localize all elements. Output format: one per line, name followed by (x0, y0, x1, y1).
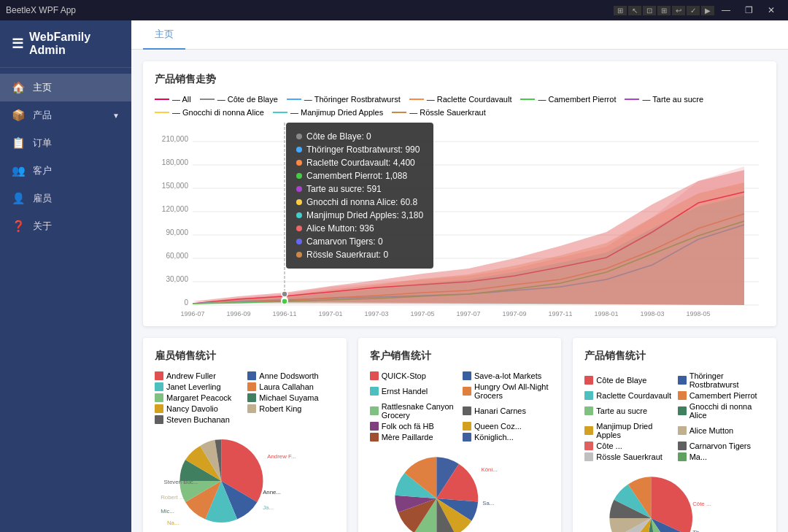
nav-label-orders: 订单 (33, 136, 52, 150)
sidebar-item-products[interactable]: 📦 产品 ▼ (0, 101, 131, 129)
cust-swatch-hanari (463, 406, 471, 415)
cust-swatch-rattlesnake (370, 406, 379, 415)
prod-legend-cote: Côte de Blaye (584, 371, 671, 389)
product-pie-container: Côte ... Th... Tarte... Gn... Ma... Röss… (584, 467, 765, 532)
legend-tarte: — Tarte au sucre (625, 95, 703, 104)
svg-point-29 (282, 291, 287, 297)
maximize-button[interactable]: ❐ (738, 4, 760, 17)
svg-text:1998-03: 1998-03 (640, 310, 664, 317)
legend-raclette: — Raclette Courdavault (409, 95, 512, 104)
sales-trend-legend: — All — Côte de Blaye — Thöringer Rostbr… (155, 95, 765, 117)
cust-swatch-konig (463, 433, 471, 442)
cust-legend-folk: Folk och fä HB (370, 422, 457, 431)
minimize-button[interactable]: — (714, 4, 738, 17)
employee-sales-card: 雇员销售统计 Andrew Fuller Anne Dodsworth J (143, 338, 347, 532)
tab-home[interactable]: 主页 (143, 20, 185, 50)
sidebar-item-orders[interactable]: 📋 订单 (0, 129, 131, 157)
toolbar-icon-2: ↖ (628, 6, 641, 15)
prod-swatch-raclette (584, 391, 593, 400)
svg-text:210,000: 210,000 (162, 135, 189, 143)
nav-label-about: 关于 (33, 220, 52, 233)
svg-text:1997-05: 1997-05 (410, 310, 434, 317)
legend-camembert: — Camembert Pierrot (520, 95, 616, 104)
svg-text:30,000: 30,000 (166, 275, 188, 283)
svg-point-32 (282, 298, 287, 304)
emp-legend-anne: Anne Dodsworth (247, 371, 334, 380)
cust-legend-save: Save-a-lot Markets (463, 371, 549, 380)
prod-swatch-manji (584, 426, 593, 435)
toolbar-icons: ⊞ ↖ ⊡ ⊞ ↩ ✓ ▶ (614, 6, 714, 15)
svg-text:Th...: Th... (692, 529, 704, 532)
prod-legend-gnocchi: Gnocchi di nonna Alice (678, 402, 765, 420)
about-icon: ❓ (12, 220, 26, 233)
close-button[interactable]: ✕ (760, 4, 782, 17)
cust-swatch-queen-coz (463, 422, 471, 431)
employees-icon: 👤 (12, 192, 26, 205)
app-title: BeetleX WPF App (6, 5, 614, 15)
svg-text:1996-07: 1996-07 (180, 310, 204, 317)
window-controls[interactable]: — ❐ ✕ (714, 4, 782, 17)
product-legend: Côte de Blaye Thöringer Rostbratwurst Ra… (584, 371, 765, 461)
sidebar-item-about[interactable]: ❓ 关于 (0, 212, 131, 240)
product-sales-title: 产品销售统计 (584, 350, 765, 363)
customer-sales-card: 客户销售统计 QUICK-Stop Save-a-lot Markets (358, 338, 562, 532)
sidebar-item-customers[interactable]: 👥 客户 (0, 157, 131, 185)
product-pie-svg: Côte ... Th... Tarte... Gn... Ma... Röss… (584, 467, 730, 532)
prod-legend-alice: Alice Mutton (678, 422, 765, 439)
nav-label-products: 产品 (33, 109, 52, 122)
expand-arrow-icon: ▼ (112, 112, 120, 120)
menu-toggle-button[interactable]: ☰ (12, 36, 23, 52)
legend-gnocchi: — Gnocchi di nonna Alice (155, 108, 264, 117)
svg-text:1997-11: 1997-11 (548, 310, 572, 317)
svg-text:150,000: 150,000 (162, 182, 189, 190)
toolbar-icon-4: ⊞ (657, 6, 671, 15)
emp-legend-steven: Steven Buchanan (155, 415, 242, 424)
toolbar-icon-5: ↩ (672, 6, 685, 15)
svg-text:1997-09: 1997-09 (502, 310, 526, 317)
emp-legend-nancy: Nancy Davolio (155, 404, 242, 413)
emp-swatch-nancy (155, 404, 163, 413)
prod-swatch-cam (678, 391, 687, 400)
svg-text:1997-07: 1997-07 (456, 310, 480, 317)
sidebar-header: ☰ WebFamily Admin (0, 20, 131, 68)
cust-swatch-ernst (370, 387, 379, 396)
app-container: ☰ WebFamily Admin 🏠 主页 📦 产品 ▼ 📋 订单 👥 客户 (0, 20, 788, 532)
prod-legend-raclette: Raclette Courdavault (584, 391, 671, 400)
prod-swatch-cote2 (584, 442, 593, 450)
tab-bar: 主页 (131, 20, 788, 50)
svg-text:Andrew F...: Andrew F... (267, 453, 296, 460)
product-icon: 📦 (12, 109, 26, 122)
emp-swatch-margaret (155, 393, 163, 402)
legend-rossle: — Rössle Sauerkraut (392, 108, 486, 117)
employee-pie-svg: Andrew F... Anne... Ja... Na... Mic... R… (155, 430, 301, 532)
prod-legend-cam: Camembert Pierrot (678, 391, 765, 400)
sidebar-title: WebFamily Admin (29, 31, 120, 57)
title-bar: BeetleX WPF App ⊞ ↖ ⊡ ⊞ ↩ ✓ ▶ — ❐ ✕ (0, 0, 788, 20)
sidebar-item-employees[interactable]: 👤 雇员 (0, 185, 131, 212)
prod-swatch-gnocchi (678, 406, 687, 415)
cust-legend-rattlesnake: Rattlesnake Canyon Grocery (370, 402, 457, 420)
nav-label-employees: 雇员 (33, 192, 52, 205)
sales-trend-title: 产品销售走势 (155, 73, 765, 86)
svg-text:90,000: 90,000 (166, 228, 188, 236)
svg-text:1996-09: 1996-09 (226, 310, 250, 317)
prod-legend-carnarvon: Carnarvon Tigers (678, 442, 765, 450)
employee-legend: Andrew Fuller Anne Dodsworth Janet Lever… (155, 371, 335, 424)
legend-all: — All (155, 95, 191, 104)
main-content: 主页 产品销售走势 — All — Côte de Blaye (131, 20, 788, 532)
svg-text:1997-01: 1997-01 (318, 310, 342, 317)
prod-legend-rossle: Rössle Sauerkraut (584, 452, 671, 461)
svg-text:Ja...: Ja... (263, 504, 274, 511)
tab-home-label: 主页 (155, 28, 174, 39)
prod-legend-ma: Ma... (678, 452, 765, 461)
sidebar-item-home[interactable]: 🏠 主页 (0, 74, 131, 101)
cust-legend-mere: Mère Paillarde (370, 433, 457, 442)
prod-swatch-carnarvon (678, 442, 687, 450)
prod-swatch-cote (584, 376, 593, 385)
product-sales-card: 产品销售统计 Côte de Blaye Thöringer Rostbratw… (573, 338, 776, 532)
sales-trend-chart: 0 30,000 60,000 90,000 120,000 150,000 1… (155, 123, 765, 315)
svg-text:Köni...: Köni... (481, 466, 497, 473)
toolbar-icon-6: ✓ (687, 6, 700, 15)
bottom-grid: 雇员销售统计 Andrew Fuller Anne Dodsworth J (143, 338, 776, 532)
svg-text:Steven Buc...: Steven Buc... (164, 479, 198, 485)
